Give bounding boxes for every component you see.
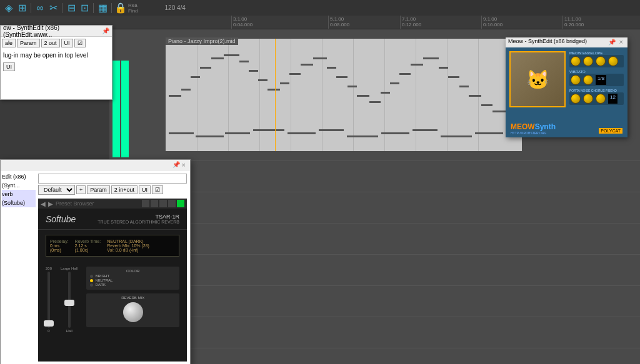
meowsynth-window[interactable]: Meow - SynthEdit (x86 bridged) 📌 × 🐱 MEO… bbox=[506, 37, 628, 137]
synthedit-titlebar[interactable]: ow - SynthEdit (x86) (SynthEdit.www... 📌 bbox=[1, 26, 112, 37]
dark-radio[interactable]: DARK bbox=[90, 283, 176, 287]
preset-next-icon[interactable]: ▶ bbox=[48, 200, 53, 207]
bypass-checkbox[interactable]: ☑ bbox=[74, 39, 86, 47]
meowsynth-logo: MEOWSynth HTTP://KROBSTER.ORG bbox=[511, 122, 556, 135]
reverb-mix-panel: REVERB MIX bbox=[86, 293, 179, 327]
preset-icon[interactable] bbox=[151, 200, 158, 207]
preset-browser-label[interactable]: Preset Browser bbox=[56, 200, 139, 207]
chorus-knob[interactable] bbox=[596, 94, 606, 104]
synthedit-window[interactable]: ow - SynthEdit (x86) (SynthEdit.www... 📌… bbox=[0, 25, 112, 100]
io-button[interactable]: 2 in+out bbox=[111, 185, 138, 194]
tempo-display[interactable]: 120 4/4 bbox=[165, 4, 186, 11]
porta-knob[interactable] bbox=[571, 94, 581, 104]
out-button[interactable]: 2 out bbox=[41, 39, 60, 47]
find-label[interactable]: Rea Find bbox=[128, 2, 138, 14]
ui-button[interactable]: UI bbox=[61, 39, 73, 47]
predelay-slider[interactable] bbox=[48, 272, 50, 328]
model-label: TSAR-1R TRUE STEREO ALGORITHMIC REVERB bbox=[98, 214, 179, 224]
color-panel: COLOR BRIGHT NEUTRAL DARK bbox=[86, 267, 179, 290]
lock-icon[interactable]: 🔒 bbox=[115, 2, 126, 14]
link-icon[interactable]: ∞ bbox=[34, 2, 46, 14]
bright-radio[interactable]: BRIGHT bbox=[90, 274, 176, 278]
fx-list[interactable]: Edit (x86) (Synt... verb (Softube) bbox=[1, 171, 37, 202]
vibrato-depth-knob[interactable] bbox=[583, 75, 593, 85]
speed-value[interactable]: 1/8 bbox=[596, 75, 606, 85]
env-knob-3[interactable] bbox=[596, 56, 606, 66]
preset-icon[interactable] bbox=[168, 200, 176, 207]
env-knob-2[interactable] bbox=[583, 56, 593, 66]
preset-prev-icon[interactable]: ◀ bbox=[41, 200, 46, 207]
ui-button-2[interactable]: UI bbox=[3, 62, 15, 71]
env-knob-1[interactable] bbox=[571, 56, 581, 66]
snap-icon[interactable]: ⊡ bbox=[79, 2, 90, 14]
parameter-display: Predelay: 0 ms (0ms) Reverb Time: 2.12 s… bbox=[46, 235, 179, 257]
softube-window[interactable]: 📌 × Edit (x86) (Synt... verb (Softube) D… bbox=[0, 159, 191, 364]
fx-list-item[interactable]: Edit (x86) (Synt... bbox=[2, 172, 36, 190]
bypass-checkbox[interactable]: ☑ bbox=[152, 185, 163, 194]
softube-logo: Softube bbox=[46, 214, 76, 224]
ripple-icon[interactable]: ▦ bbox=[97, 2, 108, 14]
ui-button[interactable]: UI bbox=[139, 185, 151, 194]
close-icon[interactable]: × bbox=[618, 38, 625, 46]
preset-icon[interactable] bbox=[159, 200, 167, 207]
fx-list-item[interactable]: verb (Softube) bbox=[2, 190, 36, 207]
tool-icon-2[interactable]: ⊞ bbox=[16, 2, 28, 14]
meowsynth-titlebar[interactable]: Meow - SynthEdit (x86 bridged) 📌 × bbox=[506, 37, 628, 47]
pin-icon[interactable]: 📌 bbox=[172, 161, 180, 170]
power-icon[interactable] bbox=[177, 200, 184, 207]
misc-label: PORTA NOISE CHORUS P.BEND bbox=[569, 89, 624, 92]
pbend-value[interactable]: 12 bbox=[608, 94, 618, 104]
param-button[interactable]: Param bbox=[17, 39, 40, 47]
grid-icon[interactable]: ⊟ bbox=[66, 2, 77, 14]
cat-image: 🐱 bbox=[509, 51, 566, 107]
tool-icon-1[interactable]: ◈ bbox=[3, 2, 14, 14]
softube-titlebar[interactable]: 📌 × bbox=[1, 160, 190, 171]
close-icon[interactable]: × bbox=[180, 161, 188, 170]
env-knob-4[interactable] bbox=[608, 56, 618, 66]
polycat-badge[interactable]: POLYCAT bbox=[599, 128, 622, 134]
scale-button[interactable]: ale bbox=[2, 39, 16, 47]
vibrato-rate-knob[interactable] bbox=[571, 75, 581, 85]
vu-meter-r bbox=[121, 61, 129, 157]
preset-select[interactable]: Default bbox=[38, 185, 75, 195]
main-toolbar: ◈ ⊞ ∞ ✂ ⊟ ⊡ ▦ 🔒 Rea Find 120 4/4 bbox=[0, 0, 640, 16]
plugin-warning-text: lug-in may be open in top level bbox=[3, 52, 109, 59]
softube-plugin-ui: ◀ ▶ Preset Browser Softube TSAR-1R TRUE … bbox=[38, 199, 187, 362]
noise-knob[interactable] bbox=[583, 94, 593, 104]
synthedit-title: ow - SynthEdit (x86) (SynthEdit.www... bbox=[3, 24, 102, 38]
cut-icon[interactable]: ✂ bbox=[48, 2, 59, 14]
reverb-mix-knob[interactable] bbox=[123, 302, 143, 322]
neutral-radio[interactable]: NEUTRAL bbox=[90, 278, 176, 282]
param-button[interactable]: Param bbox=[87, 185, 110, 194]
add-button[interactable]: + bbox=[76, 185, 86, 194]
midi-clip[interactable]: Piano - Jazzy Impro(2).mid bbox=[166, 39, 522, 151]
meowsynth-title: Meow - SynthEdit (x86 bridged) bbox=[508, 38, 587, 47]
preset-icon[interactable] bbox=[142, 200, 149, 207]
vu-meter-l bbox=[112, 61, 120, 157]
midi-clip-name: Piano - Jazzy Impro(2).mid bbox=[166, 37, 238, 45]
pin-icon[interactable]: 📌 bbox=[608, 39, 616, 46]
time-slider[interactable] bbox=[68, 272, 71, 328]
playhead[interactable] bbox=[275, 39, 276, 151]
pin-icon[interactable]: 📌 bbox=[102, 27, 109, 34]
search-input[interactable] bbox=[38, 174, 187, 184]
